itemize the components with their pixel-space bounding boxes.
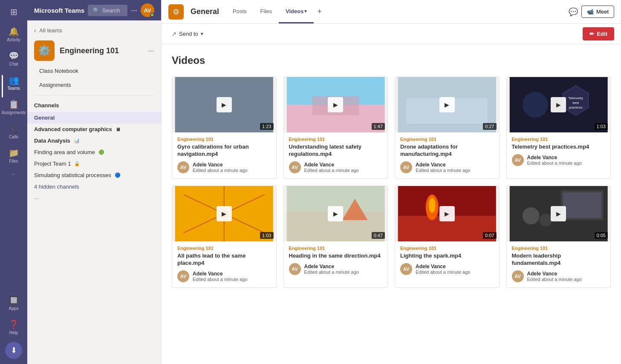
svg-text:Telemetry: Telemetry (568, 96, 583, 100)
tab-posts[interactable]: Posts (226, 0, 254, 23)
videos-grid: 📷 ▶ 1:23 Engineering 101 Gyro calibratio… (172, 77, 611, 288)
user-avatar[interactable]: AV (141, 3, 154, 17)
divider (34, 95, 154, 95)
video-title: Lighting the spark.mp4 (400, 252, 494, 260)
edit-button[interactable]: ✏ Edit (583, 27, 614, 40)
svg-text:practices: practices (569, 106, 582, 109)
search-icon: 🔍 (93, 7, 100, 14)
search-bar[interactable]: 🔍 Search (88, 5, 127, 16)
video-team: Engineering 101 (512, 246, 606, 251)
rail-item-grid[interactable]: ⊞ (2, 3, 26, 21)
rail-item-assignments[interactable]: 📋 Assignments (2, 96, 26, 118)
play-button[interactable]: ▶ (328, 97, 343, 112)
channel-simulating[interactable]: Simulating statistical processes 🔵 (27, 169, 161, 181)
author-info: Adele Vance Edited about a minute ago (416, 162, 470, 173)
tab-files[interactable]: Files (254, 0, 279, 23)
author-name: Adele Vance (527, 155, 582, 161)
video-card[interactable]: ▶ 0:07 Engineering 101 Lighting the spar… (395, 186, 500, 288)
rail-item-activity[interactable]: 🔔 Activity (2, 23, 26, 46)
class-notebook-nav[interactable]: Class Notebook (34, 64, 154, 77)
author-time: Edited about a minute ago (304, 269, 359, 275)
avatar-status (150, 13, 154, 17)
video-author: AV Adele Vance Edited about a minute ago (400, 161, 494, 173)
video-card[interactable]: Telemetrybestpractices ▶ 1:03 Engineerin… (506, 77, 611, 179)
search-placeholder: Search (102, 7, 120, 14)
rail-item-label: Calls (9, 135, 18, 139)
rail-item-calls[interactable]: 📞 Calls (2, 120, 26, 143)
video-card[interactable]: ▶ 0:05 Engineering 101 Modern leadership… (506, 186, 611, 288)
all-teams-back[interactable]: ‹ All teams (27, 20, 161, 37)
channel-general[interactable]: General (27, 112, 161, 123)
video-card[interactable]: ▶ 0:27 Engineering 101 Drone adaptations… (395, 77, 500, 179)
author-info: Adele Vance Edited about a minute ago (527, 155, 582, 166)
video-info: Engineering 101 Lighting the spark.mp4 A… (395, 241, 499, 280)
rail-item-apps[interactable]: 🔲 Apps (2, 292, 26, 314)
team-options-button[interactable]: ··· (148, 46, 154, 55)
video-card[interactable]: ▶ 1:47 Engineering 101 Understanding lat… (283, 77, 388, 179)
channel-badge-data: 📊 (74, 138, 80, 143)
assignments-icon: 📋 (9, 99, 19, 109)
video-duration: 1:03 (595, 123, 608, 130)
play-button[interactable]: ▶ (328, 206, 343, 221)
all-teams-label: All teams (39, 27, 62, 34)
author-time: Edited about a minute ago (304, 168, 359, 173)
rail-item-label: Chat (9, 62, 18, 66)
channel-finding-area[interactable]: Finding area and volume 🟢 (27, 146, 161, 158)
rail-item-more[interactable]: ··· (2, 169, 26, 180)
rail-item-chat[interactable]: 💬 Chat (2, 47, 26, 70)
chevron-down-icon: ▾ (304, 9, 307, 14)
hidden-channels[interactable]: 4 hidden channels (27, 181, 161, 192)
chat-icon-header[interactable]: 💬 (569, 7, 578, 17)
rail-item-files[interactable]: 📁 Files (2, 144, 26, 167)
calls-icon: 📞 (9, 123, 19, 134)
play-button[interactable]: ▶ (439, 206, 455, 221)
rail-item-download[interactable]: ⬇ (5, 342, 22, 359)
svg-text:best: best (572, 101, 579, 105)
play-button[interactable]: ▶ (439, 97, 455, 112)
video-author: AV Adele Vance Edited about a minute ago (177, 161, 271, 173)
channel-data-analysis[interactable]: Data Analysis 📊 (27, 135, 161, 146)
author-time: Edited about a minute ago (527, 161, 582, 166)
video-title: Understanding latest safety regulations.… (289, 143, 383, 158)
video-card[interactable]: 📷 ▶ 1:23 Engineering 101 Gyro calibratio… (172, 77, 277, 179)
video-title: Modern leadership fundamentals.mp4 (512, 252, 606, 267)
play-button[interactable]: ▶ (217, 206, 232, 221)
channels-header: Channels (27, 99, 161, 112)
ellipsis-icon[interactable]: ··· (131, 6, 137, 15)
download-icon: ⬇ (11, 346, 17, 355)
header-actions: 💬 📹 Meet (569, 6, 614, 18)
video-info: Engineering 101 Telemetry best practices… (507, 132, 611, 171)
meet-button[interactable]: 📹 Meet (581, 6, 614, 18)
author-name: Adele Vance (416, 162, 470, 168)
team-name: Engineering 101 (60, 46, 143, 55)
rail-help-label: Help (9, 330, 18, 335)
video-thumbnail: ▶ 0:07 (395, 186, 499, 241)
play-button[interactable]: ▶ (217, 97, 232, 112)
more-options[interactable]: ··· (27, 192, 161, 204)
channel-advanced-graphics[interactable]: Advanced computer graphics 🖥 (27, 123, 161, 135)
video-thumbnail: ▶ 0:27 (395, 77, 499, 132)
svg-point-32 (522, 207, 539, 224)
video-info: Engineering 101 All paths lead to the sa… (172, 241, 276, 287)
send-to-button[interactable]: ↗ Send to ▾ (168, 28, 207, 40)
author-name: Adele Vance (193, 162, 247, 168)
play-button[interactable]: ▶ (551, 206, 566, 221)
add-tab-button[interactable]: + (314, 0, 325, 23)
video-title: Telemetry best practices.mp4 (512, 143, 606, 151)
team-icon: ⚙️ (34, 40, 55, 61)
topbar-actions: ··· AV (131, 3, 154, 17)
author-info: Adele Vance Edited about a minute ago (193, 271, 247, 282)
author-time: Edited about a minute ago (416, 269, 470, 275)
assignments-nav[interactable]: Assignments (34, 78, 154, 92)
author-info: Adele Vance Edited about a minute ago (304, 162, 359, 173)
video-info: Engineering 101 Modern leadership fundam… (507, 241, 611, 287)
channel-project-team[interactable]: Project Team 1 🔒 (27, 158, 161, 169)
video-card[interactable]: ▶ 0:47 Engineering 101 Heading in the sa… (283, 186, 388, 288)
teams-icon: 👥 (9, 75, 19, 85)
rail-item-help[interactable]: ❓ Help (2, 316, 26, 338)
play-button[interactable]: ▶ (551, 97, 566, 112)
tab-videos[interactable]: Videos ▾ (279, 0, 314, 23)
rail-item-teams[interactable]: 👥 Teams (2, 72, 26, 94)
chat-icon: 💬 (9, 51, 19, 61)
video-card[interactable]: ▶ 1:03 Engineering 101 All paths lead to… (172, 186, 277, 288)
